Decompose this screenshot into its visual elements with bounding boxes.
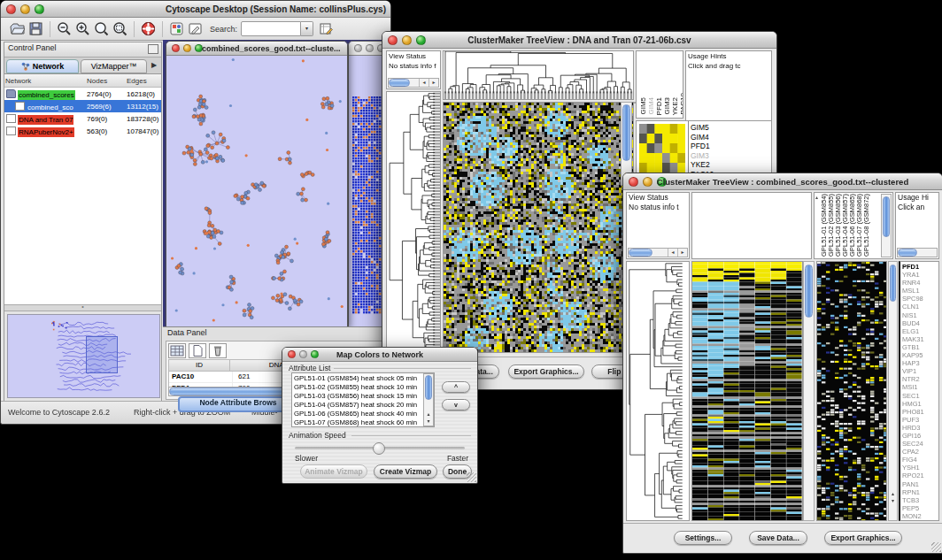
close-button[interactable] [6,4,16,14]
scroll-down-icon[interactable]: ▾ [424,418,433,425]
id-column-header[interactable]: ID [169,360,230,371]
save-icon[interactable] [28,21,43,36]
scroll-left-icon[interactable]: ◂ [419,79,429,87]
gene-label[interactable]: SEC24 [902,440,937,448]
help-lifesaver-icon[interactable] [141,21,156,36]
scroll-left-icon[interactable]: ◂ [668,249,677,257]
gene-label[interactable]: VIP1 [902,367,937,375]
open-folder-icon[interactable] [10,21,25,36]
create-vizmap-button[interactable]: Create Vizmap [374,464,437,479]
scrollbar-thumb[interactable] [883,196,890,237]
tab-network[interactable]: Network [6,59,79,73]
scroll-down-icon[interactable]: ▾ [889,497,897,504]
gene-label[interactable]: HAP3 [902,359,937,367]
gene-label[interactable]: YSH1 [902,464,937,472]
tv1-coltree-canvas[interactable] [444,51,633,99]
vizmapper-icon[interactable] [169,21,184,36]
matrix-column-label[interactable]: PFD1 [656,97,663,115]
scroll-up-icon[interactable]: ▴ [815,194,818,200]
nodes-col-header[interactable]: Nodes [86,74,126,88]
cytoscape-titlebar[interactable]: Cytoscape Desktop (Session Name: collins… [1,1,390,18]
network-table-row[interactable]: combined_sco2569(6)13112(15) [4,100,161,112]
network-view-canvas[interactable] [166,56,345,326]
new-attribute-icon[interactable] [189,343,206,358]
tv2-status-hscrollbar[interactable]: ◂▸ [628,248,688,257]
gene-label[interactable]: PFD1 [902,263,937,271]
settings-button[interactable]: Settings... [674,531,732,545]
scrollbar-thumb[interactable] [629,249,652,257]
gene-label[interactable]: SPC98 [902,295,937,303]
tv2-secondary-heatmap[interactable] [816,261,887,521]
resize-grip[interactable] [467,472,476,482]
gene-label[interactable]: MSL1 [902,287,937,295]
matrix-column-label[interactable]: GIM5 [640,97,647,115]
gene-label[interactable]: NTR2 [902,375,937,383]
dialog-titlebar[interactable]: Map Colors to Network [282,348,477,362]
scrollbar-thumb[interactable] [622,104,630,161]
birdseye-viewport-rect[interactable] [86,336,118,373]
gene-label[interactable]: RPN1 [902,488,937,496]
attribute-list-item[interactable]: GPL51-03 (GSM856) heat shock 15 min [294,392,432,401]
move-up-button[interactable]: ^ [442,381,470,393]
tv1-status-hscrollbar[interactable]: ◂▸ [388,78,439,88]
tv2-heatmap-vscrollbar[interactable] [803,261,815,521]
scroll-right-icon[interactable]: ▸ [429,79,438,87]
gene-label[interactable]: KAP95 [902,351,937,359]
scrollbar-thumb[interactable] [389,79,410,87]
gene-label[interactable]: FIG4 [902,456,937,464]
resize-grip[interactable] [931,542,941,552]
matrix-row-label[interactable]: GIM5 [691,123,769,133]
minimize-button[interactable] [183,44,191,52]
gene-label[interactable]: MSI1 [902,383,937,391]
gene-label[interactable]: ELG1 [902,327,937,335]
gene-label[interactable]: PAN1 [902,480,937,488]
tv1-rowtree-canvas[interactable] [387,92,440,352]
network-frame-titlebar[interactable]: combined_scores_good.txt--cluste... [166,42,347,56]
gene-label[interactable]: MAK31 [902,335,937,343]
zoom-out-icon[interactable] [57,21,72,36]
zoom-in-icon[interactable] [75,21,90,36]
scroll-up-icon[interactable]: ▴ [424,410,433,418]
tv2-labels-vscrollbar[interactable] [881,194,892,257]
edges-col-header[interactable]: Edges [126,74,161,88]
attribute-editor-icon[interactable] [319,21,334,36]
gene-label[interactable]: BUD4 [902,319,937,327]
attribute-list-item[interactable]: GPL51-07 (GSM868) heat shock 60 min [294,418,432,427]
tv2-genelist-vscrollbar[interactable]: ▴ ▾ [888,261,898,521]
select-attributes-icon[interactable] [168,343,186,358]
minimize-button[interactable] [366,44,374,52]
treeview1-titlebar[interactable]: ClusterMaker TreeView : DNA and Tran 07-… [382,32,776,49]
tv2-rowtree-canvas[interactable] [627,262,689,520]
gene-label[interactable]: RPO21 [902,472,937,479]
zoom-selected-icon[interactable] [94,21,109,36]
save-data-button[interactable]: Save Data... [749,531,807,545]
attribute-list-item[interactable]: GPL51-04 (GSM857) heat shock 20 min [294,401,432,410]
birdseye-canvas[interactable] [8,315,158,395]
scrollbar-thumb[interactable] [890,265,896,302]
attribute-list-item[interactable]: GPL51-06 (GSM865) heat shock 40 min [294,410,432,418]
tv1-heatmap[interactable] [443,102,634,353]
annotation-icon[interactable] [188,21,203,36]
animate-vizmap-button[interactable]: Animate Vizmap [300,464,367,479]
tv1-column-dendrogram[interactable] [443,50,634,100]
matrix-row-label[interactable]: GIM3 [691,151,769,161]
matrix-row-label[interactable]: GIM4 [691,133,769,142]
gene-label[interactable]: HMG1 [902,400,937,408]
attribute-list-vscrollbar[interactable]: ▴ ▾ [423,373,434,426]
tabs-overflow-icon[interactable]: ▶ [147,58,161,73]
dense-network-canvas[interactable] [352,96,382,314]
gene-label[interactable]: SEC1 [902,392,937,400]
tv2-column-dendrogram[interactable] [691,192,812,259]
attribute-list-item[interactable]: GPL51-02 (GSM855) heat shock 10 min [294,383,432,392]
gene-label[interactable]: PHO81 [902,408,937,416]
matrix-column-label[interactable]: GPL51-08 (GSM872) [863,194,870,257]
export-graphics-button[interactable]: Export Graphics... [824,531,902,545]
delete-attribute-icon[interactable] [209,343,227,358]
search-dropdown-icon[interactable]: ▾ [301,21,313,36]
search-combobox[interactable]: ▾ [241,21,313,36]
export-graphics-button[interactable]: Export Graphics... [508,364,584,379]
close-button[interactable] [354,44,362,52]
matrix-column-label[interactable]: PAC10 [680,93,683,115]
network-col-header[interactable]: Network [4,74,86,88]
gene-label[interactable]: PEP5 [902,504,937,512]
